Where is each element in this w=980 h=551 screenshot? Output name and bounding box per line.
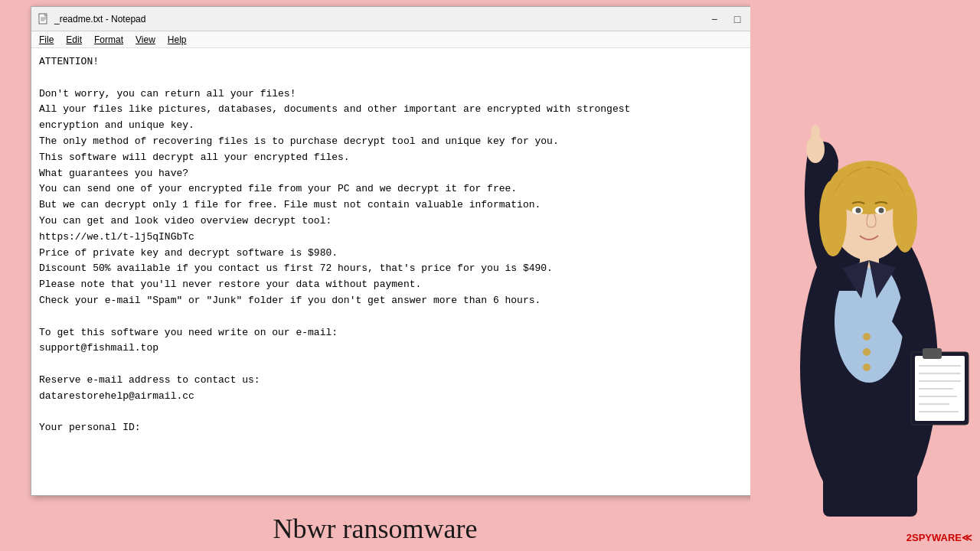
notepad-menubar: File Edit Format View Help — [31, 31, 776, 48]
bottom-title: Nbwr ransomware — [0, 513, 750, 545]
svg-point-28 — [856, 208, 861, 214]
document-icon — [38, 13, 50, 25]
titlebar-text: _readme.txt - Notepad — [54, 14, 704, 24]
svg-rect-6 — [823, 406, 869, 517]
svg-rect-7 — [871, 406, 917, 517]
spyware-logo-text: 2SPYWARE — [906, 532, 962, 543]
spyware-logo: 2SPYWARE≪ — [906, 532, 972, 543]
person-container — [743, 0, 980, 520]
svg-point-31 — [863, 348, 871, 356]
svg-point-10 — [811, 125, 820, 143]
person-illustration — [750, 0, 980, 517]
notepad-content-area: ATTENTION! Don't worry, you can return a… — [31, 48, 776, 495]
page-container: _readme.txt - Notepad − □ ✕ File Edit Fo… — [0, 0, 980, 551]
notepad-titlebar: _readme.txt - Notepad − □ ✕ — [31, 7, 776, 31]
menu-edit[interactable]: Edit — [61, 33, 87, 47]
menu-format[interactable]: Format — [90, 33, 128, 47]
notepad-text[interactable]: ATTENTION! Don't worry, you can return a… — [31, 48, 766, 495]
minimize-button[interactable]: − — [704, 11, 724, 28]
menu-view[interactable]: View — [131, 33, 160, 47]
svg-rect-13 — [923, 348, 942, 359]
menu-help[interactable]: Help — [163, 33, 191, 47]
svg-point-32 — [863, 364, 871, 371]
svg-point-25 — [893, 184, 917, 253]
svg-point-29 — [879, 208, 884, 214]
svg-point-30 — [863, 333, 871, 341]
svg-point-24 — [819, 180, 847, 256]
notepad-window: _readme.txt - Notepad − □ ✕ File Edit Fo… — [31, 6, 777, 496]
menu-file[interactable]: File — [34, 33, 58, 47]
spyware-arrow-icon: ≪ — [962, 532, 972, 543]
